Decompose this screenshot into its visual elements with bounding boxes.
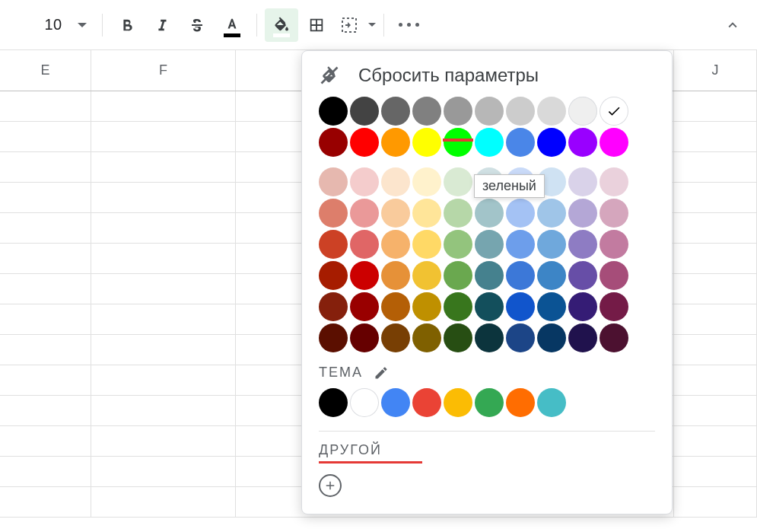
color-swatch[interactable]: [506, 323, 535, 352]
more-button[interactable]: [392, 8, 425, 42]
pencil-icon[interactable]: [374, 365, 389, 381]
color-swatch[interactable]: [537, 388, 566, 417]
color-swatch[interactable]: [600, 97, 628, 126]
color-swatch[interactable]: [350, 323, 379, 352]
cell[interactable]: [0, 244, 91, 274]
color-swatch[interactable]: [475, 128, 504, 157]
color-swatch[interactable]: [600, 167, 628, 196]
cell[interactable]: [0, 365, 91, 396]
color-swatch[interactable]: [319, 97, 348, 126]
color-swatch[interactable]: [319, 199, 348, 228]
cell[interactable]: [0, 91, 91, 122]
color-swatch[interactable]: [475, 97, 504, 126]
color-swatch[interactable]: [412, 230, 441, 259]
color-swatch[interactable]: [537, 230, 566, 259]
color-swatch[interactable]: [381, 199, 410, 228]
color-swatch[interactable]: [350, 292, 379, 321]
cell[interactable]: [91, 152, 236, 183]
cell[interactable]: [674, 213, 757, 244]
color-swatch[interactable]: [506, 97, 535, 126]
cell[interactable]: [0, 396, 91, 426]
color-swatch[interactable]: [506, 199, 535, 228]
cell[interactable]: [91, 457, 236, 487]
color-swatch[interactable]: [412, 292, 441, 321]
color-swatch[interactable]: [600, 261, 628, 290]
color-swatch[interactable]: [444, 323, 472, 352]
color-swatch[interactable]: [600, 199, 628, 228]
cell[interactable]: [674, 426, 757, 457]
cell[interactable]: [674, 304, 757, 335]
color-swatch[interactable]: [381, 388, 410, 417]
color-swatch[interactable]: [319, 261, 348, 290]
color-swatch[interactable]: [412, 323, 441, 352]
column-header[interactable]: F: [91, 50, 236, 91]
merge-cells-button[interactable]: [335, 8, 376, 42]
cell[interactable]: [0, 426, 91, 457]
cell[interactable]: [674, 91, 757, 122]
color-swatch[interactable]: [537, 292, 566, 321]
column-header[interactable]: E: [0, 50, 91, 91]
color-swatch[interactable]: [350, 199, 379, 228]
fill-color-button[interactable]: [265, 8, 298, 42]
color-swatch[interactable]: [506, 128, 535, 157]
cell[interactable]: [674, 122, 757, 152]
cell[interactable]: [674, 396, 757, 426]
color-swatch[interactable]: [506, 388, 535, 417]
cell[interactable]: [91, 244, 236, 274]
color-swatch[interactable]: [444, 167, 472, 196]
cell[interactable]: [674, 274, 757, 304]
color-swatch[interactable]: [537, 261, 566, 290]
color-swatch[interactable]: [600, 292, 628, 321]
color-swatch[interactable]: [381, 128, 410, 157]
color-swatch[interactable]: [444, 292, 472, 321]
color-swatch[interactable]: [319, 388, 348, 417]
color-swatch[interactable]: [475, 199, 504, 228]
text-color-button[interactable]: [215, 8, 249, 42]
cell[interactable]: [674, 487, 757, 518]
cell[interactable]: [91, 335, 236, 365]
color-swatch[interactable]: [506, 261, 535, 290]
cell[interactable]: [674, 365, 757, 396]
color-swatch[interactable]: [381, 261, 410, 290]
cell[interactable]: [91, 122, 236, 152]
color-swatch[interactable]: [350, 261, 379, 290]
color-swatch[interactable]: [444, 388, 472, 417]
cell[interactable]: [91, 91, 236, 122]
color-swatch[interactable]: [568, 199, 597, 228]
italic-button[interactable]: [145, 8, 179, 42]
color-swatch[interactable]: [475, 230, 504, 259]
cell[interactable]: [91, 396, 236, 426]
cell[interactable]: [0, 152, 91, 183]
color-swatch[interactable]: [350, 128, 379, 157]
font-size-select[interactable]: 10: [5, 10, 94, 40]
color-swatch[interactable]: [319, 230, 348, 259]
borders-button[interactable]: [300, 8, 333, 42]
color-swatch[interactable]: [381, 230, 410, 259]
cell[interactable]: [91, 426, 236, 457]
reset-row[interactable]: Сбросить параметры: [319, 65, 655, 86]
color-swatch[interactable]: [319, 292, 348, 321]
strikethrough-button[interactable]: [180, 8, 214, 42]
color-swatch[interactable]: [412, 199, 441, 228]
cell[interactable]: [91, 487, 236, 518]
bold-button[interactable]: [110, 8, 144, 42]
color-swatch[interactable]: [319, 128, 348, 157]
color-swatch[interactable]: [600, 128, 628, 157]
cell[interactable]: [91, 304, 236, 335]
cell[interactable]: [91, 274, 236, 304]
color-swatch[interactable]: [444, 199, 472, 228]
color-swatch[interactable]: [350, 167, 379, 196]
color-swatch[interactable]: [600, 230, 628, 259]
color-swatch[interactable]: [412, 167, 441, 196]
color-swatch[interactable]: [319, 323, 348, 352]
color-swatch[interactable]: [412, 97, 441, 126]
collapse-toolbar-button[interactable]: [716, 8, 749, 42]
color-swatch[interactable]: [568, 292, 597, 321]
cell[interactable]: [674, 152, 757, 183]
color-swatch[interactable]: [444, 97, 472, 126]
color-swatch[interactable]: [412, 128, 441, 157]
cell[interactable]: [674, 457, 757, 487]
cell[interactable]: [0, 122, 91, 152]
cell[interactable]: [0, 213, 91, 244]
color-swatch[interactable]: [444, 261, 472, 290]
